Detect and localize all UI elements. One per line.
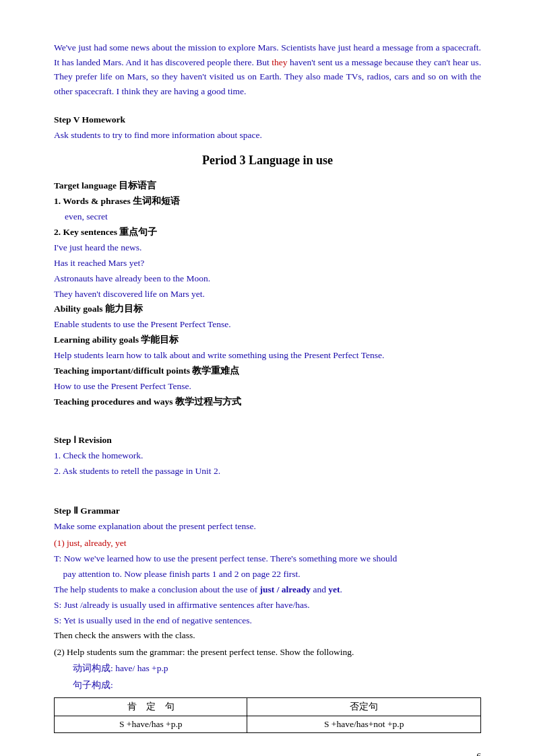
table-header-negative: 否定句: [247, 697, 481, 716]
table-cell-negative: S +have/has+not +p.p: [247, 716, 481, 732]
step-v-content: Ask students to try to find more informa…: [54, 128, 481, 143]
step-v-block: Step V Homework Ask students to try to f…: [54, 114, 481, 143]
page-number: 6: [476, 751, 481, 756]
step-ii-point2: (2) Help students sum the grammar: the p…: [54, 645, 481, 660]
step-ii-help-line: The help students to make a conclusion a…: [54, 582, 481, 598]
ability-heading: Ability goals 能力目标: [54, 302, 481, 317]
words-heading: 1. Words & phrases 生词和短语: [54, 194, 481, 209]
step-ii-chinese1: 动词构成: have/ has +p.p: [54, 660, 481, 677]
key-sentence-2: Has it reached Mars yet?: [54, 256, 481, 271]
table-cell-affirmative: S +have/has +p.p: [55, 716, 247, 732]
intro-paragraph: We've just had some news about the missi…: [54, 40, 481, 98]
step-ii-title: Step Ⅱ Grammar: [54, 505, 481, 516]
learning-content: Help students learn how to talk about an…: [54, 348, 481, 364]
step-i-title: Step Ⅰ Revision: [54, 434, 481, 446]
table-header-affirmative: 肯 定 句: [55, 697, 247, 716]
step-ii-teacher: T: Now we've learned how to use the pres…: [54, 551, 481, 582]
step-i-block: Step Ⅰ Revision 1. Check the homework. 2…: [54, 434, 481, 479]
words-content: even, secret: [54, 209, 481, 225]
step-ii-point1: (1) just, already, yet: [54, 536, 481, 551]
period3-title: Period 3 Language in use: [54, 153, 481, 168]
step-ii-s2: S: Yet is usually used in the end of neg…: [54, 613, 481, 629]
ability-content: Enable students to use the Present Perfe…: [54, 317, 481, 333]
key-sentence-3: Astronauts have already been to the Moon…: [54, 271, 481, 287]
grammar-table: 肯 定 句 否定句 S +have/has +p.p S +have/has+n…: [54, 697, 481, 733]
intro-text-red: they: [272, 57, 287, 67]
step-ii-block: Step Ⅱ Grammar Make some explanation abo…: [54, 505, 481, 733]
key-sentence-1: I've just heard the news.: [54, 240, 481, 256]
procedures-heading: Teaching procedures and ways 教学过程与方式: [54, 394, 481, 410]
bold-yet: yet: [328, 584, 340, 594]
key-heading: 2. Key sentences 重点句子: [54, 225, 481, 240]
step-ii-s1: S: Just /already is usually used in affi…: [54, 598, 481, 613]
target-language-section: Target language 目标语言 1. Words & phrases …: [54, 178, 481, 410]
table-row: S +have/has +p.p S +have/has+not +p.p: [55, 716, 481, 732]
step-i-item1: 1. Check the homework.: [54, 448, 481, 464]
step-ii-intro: Make some explanation about the present …: [54, 519, 481, 535]
step-ii-chinese2: 句子构成:: [54, 677, 481, 693]
bold-just-already: just / already: [260, 584, 311, 594]
target-language-label: Target language 目标语言: [54, 178, 481, 194]
step-v-heading: Step V Homework: [54, 114, 481, 125]
learning-heading: Learning ability goals 学能目标: [54, 333, 481, 348]
step-i-item2: 2. Ask students to retell the passage in…: [54, 464, 481, 479]
key-sentence-4: They haven't discovered life on Mars yet…: [54, 287, 481, 302]
step-ii-then: Then check the answers with the class.: [54, 628, 481, 644]
teaching-content: How to use the Present Perfect Tense.: [54, 379, 481, 394]
teaching-heading: Teaching important/difficult points 教学重难…: [54, 364, 481, 379]
